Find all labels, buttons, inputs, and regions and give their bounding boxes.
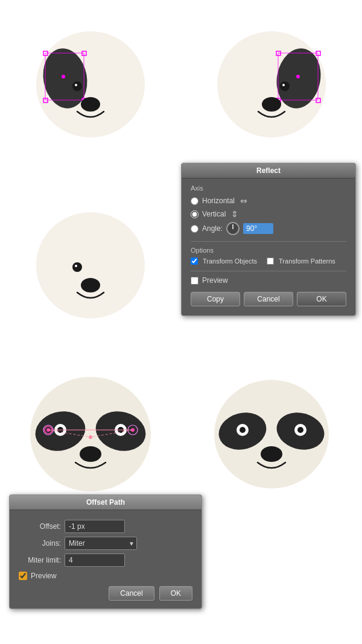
svg-point-56 xyxy=(261,446,282,462)
svg-point-48 xyxy=(89,435,92,439)
svg-point-26 xyxy=(282,84,285,86)
offset-field-row: Offset: xyxy=(19,520,192,533)
svg-point-29 xyxy=(72,262,82,272)
joins-label: Joins: xyxy=(19,539,61,548)
miter-input[interactable] xyxy=(65,554,125,567)
offset-preview-checkbox[interactable] xyxy=(19,572,27,580)
angle-dial[interactable] xyxy=(226,222,240,235)
right-panda-svg xyxy=(199,365,344,491)
reflect-dialog-title: Reflect xyxy=(182,163,355,178)
top-faces-section xyxy=(0,0,362,157)
offset-buttons: Cancel OK xyxy=(19,586,192,604)
offset-input[interactable] xyxy=(65,520,125,533)
vertical-radio-row: Vertical ⇕ xyxy=(191,209,346,219)
transform-patterns-label: Transform Patterns xyxy=(279,257,335,265)
angle-radio[interactable] xyxy=(191,225,198,233)
preview-checkbox[interactable] xyxy=(191,277,198,285)
transform-patterns-checkbox[interactable] xyxy=(267,257,274,265)
transform-objects-label: Transform Objects xyxy=(203,257,257,265)
vertical-icon: ⇕ xyxy=(229,209,240,219)
preview-label: Preview xyxy=(202,276,228,285)
svg-point-13 xyxy=(81,97,100,112)
horizontal-radio-row: Horizontal ⇔ xyxy=(191,195,346,206)
offset-dialog-title: Offset Path xyxy=(10,495,202,510)
copy-button[interactable]: Copy xyxy=(191,292,240,306)
svg-rect-17 xyxy=(316,51,320,55)
horizontal-icon: ⇔ xyxy=(238,195,249,206)
svg-point-53 xyxy=(240,427,246,433)
svg-point-25 xyxy=(280,81,290,91)
miter-label: Miter limit: xyxy=(19,556,61,564)
bottom-faces-row xyxy=(0,362,362,494)
ok-button[interactable]: OK xyxy=(297,292,346,306)
options-label: Options xyxy=(191,247,346,254)
svg-point-28 xyxy=(36,212,145,318)
offset-preview-label: Preview xyxy=(31,572,57,580)
svg-point-31 xyxy=(81,278,100,292)
angle-input[interactable] xyxy=(243,223,273,234)
preview-row: Preview xyxy=(191,276,346,285)
svg-point-39 xyxy=(80,446,101,462)
angle-row: Angle: xyxy=(191,222,346,235)
axis-label: Axis xyxy=(191,185,346,192)
joins-select-wrapper: Miter Round Bevel ▼ xyxy=(65,537,137,550)
svg-point-12 xyxy=(75,84,77,86)
vertical-radio[interactable] xyxy=(191,210,198,218)
svg-point-11 xyxy=(72,81,82,91)
options-row: Transform Objects Transform Patterns xyxy=(191,257,346,265)
angle-label: Angle: xyxy=(202,224,223,233)
svg-point-24 xyxy=(296,75,300,78)
svg-point-10 xyxy=(62,75,65,78)
reflect-buttons: Copy Cancel OK xyxy=(191,292,346,309)
divider-1 xyxy=(191,241,346,242)
joins-field-row: Joins: Miter Round Bevel ▼ xyxy=(19,537,192,550)
svg-point-30 xyxy=(75,265,77,267)
horizontal-label: Horizontal xyxy=(202,197,235,205)
offset-ok-button[interactable]: OK xyxy=(159,586,192,601)
transform-objects-checkbox[interactable] xyxy=(191,257,198,265)
right-panda-container xyxy=(181,362,362,494)
vertical-label: Vertical xyxy=(202,210,226,218)
cancel-button[interactable]: Cancel xyxy=(244,292,293,306)
horizontal-radio[interactable] xyxy=(191,197,198,205)
svg-point-55 xyxy=(297,427,303,433)
left-dog-face-container xyxy=(0,0,181,157)
reflect-dialog: Reflect Axis Horizontal ⇔ Vertical ⇕ Ang… xyxy=(181,163,356,316)
middle-left-svg xyxy=(24,196,157,323)
middle-section: Reflect Axis Horizontal ⇔ Vertical ⇕ Ang… xyxy=(0,157,362,362)
left-panda-svg xyxy=(12,365,169,491)
svg-point-27 xyxy=(262,97,281,112)
right-dog-face-svg xyxy=(205,15,338,142)
bottom-section: Offset Path Offset: Joins: Miter Round B… xyxy=(0,362,362,615)
right-dog-face-container xyxy=(181,0,362,157)
left-panda-container xyxy=(0,362,181,494)
middle-left-face-container xyxy=(0,157,181,362)
offset-cancel-button[interactable]: Cancel xyxy=(109,586,154,601)
left-dog-face-svg xyxy=(24,15,157,142)
miter-field-row: Miter limit: xyxy=(19,554,192,567)
offset-label: Offset: xyxy=(19,522,61,531)
offset-dialog: Offset Path Offset: Joins: Miter Round B… xyxy=(9,494,202,609)
divider-2 xyxy=(191,271,346,271)
joins-select[interactable]: Miter Round Bevel xyxy=(65,537,137,550)
offset-preview-row: Preview xyxy=(19,572,192,580)
